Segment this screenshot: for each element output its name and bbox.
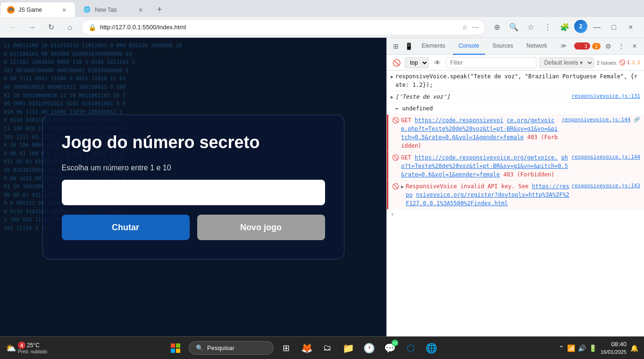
taskbar-search-label: Pesquisar [207, 344, 234, 351]
devtools-close-button[interactable]: × [629, 41, 640, 52]
weather-block[interactable]: ⛅ 4 25°C Pred. nublado [6, 342, 47, 354]
taskbar-vscode[interactable]: ⬡ [402, 340, 419, 357]
tab-title-newtab: New Tab [95, 7, 133, 13]
toolbar-icons: ⊕ 🔍 ☆ ⋮ 🧩 2 — □ × [489, 20, 638, 35]
warn-count-badge: 1 [592, 43, 601, 50]
console-source-result[interactable]: responsivevoice.js:131 [571, 92, 640, 100]
weather-desc: Pred. nublado [18, 349, 47, 354]
new-tab-button[interactable]: + [153, 3, 166, 16]
devtools-tab-console[interactable]: Console [453, 38, 485, 55]
console-line-error1: 🚫 GET https://code.responsivevoi ce.org/… [387, 115, 644, 152]
chevron-up-icon[interactable]: ⌃ [559, 344, 564, 352]
taskbar-multitasking[interactable]: ⊞ [277, 340, 294, 357]
console-line-speak: ▶ responsiveVoice.speak("Teste de voz", … [387, 71, 644, 91]
start-button[interactable] [166, 339, 185, 358]
error-link-3b[interactable]: nsivevoice.org/register?devtools=http%3A… [406, 192, 569, 207]
minimize-button[interactable]: — [589, 20, 604, 35]
console-source-error1[interactable]: responsivevoice.js:144 🔗 [562, 116, 640, 124]
close-browser-button[interactable]: × [623, 20, 638, 35]
browser-window: 🎮 JS Game × 🌐 New Tab × + ← → ↻ ⌂ 🔒 http… [0, 0, 644, 336]
address-bar[interactable]: 🔒 http://127.0.0.1:5500/index.html ☆ ⋯ [81, 19, 485, 35]
search-icon: 🔍 [196, 344, 203, 351]
svg-rect-2 [171, 349, 175, 353]
expand-icon[interactable]: ▶ [391, 73, 393, 80]
tab-jsgame[interactable]: 🎮 JS Game × [0, 2, 75, 17]
weather-temp: 25°C [27, 342, 40, 349]
whatsapp-badge: 10 [392, 340, 398, 346]
console-line-undefined: ▶ ← undefined [387, 103, 644, 115]
tab-close-newtab[interactable]: × [136, 6, 145, 14]
game-buttons: Chutar Novo jogo [62, 215, 325, 240]
error-link-2[interactable]: https://code.responsivevoice.org/getvoic… [415, 154, 558, 161]
search-by-image-button[interactable]: ⊕ [489, 20, 504, 35]
devtools-tab-sources[interactable]: Sources [487, 38, 519, 55]
devtools-device-button[interactable]: 📱 [403, 41, 414, 52]
console-text-result: ['Teste de voz'] [395, 92, 569, 101]
console-filter-input[interactable] [446, 57, 536, 68]
devtools-more-button[interactable]: ⋮ [616, 41, 627, 52]
console-line-error3: 🚫 ▶ ResponsiveVoice invalid API key. See… [387, 181, 644, 209]
profile-button[interactable]: 2 [574, 20, 587, 33]
issues-label: 2 Issues: 🚫 1 ⚠ 1 [597, 59, 640, 66]
bookmark-star-icon[interactable]: ☆ [462, 24, 468, 31]
browser-content: 11 00011100 10 011011010 11011001 0 000 … [0, 38, 644, 336]
log-levels-select[interactable]: Default levels ▾ [539, 57, 594, 68]
devtools-tab-elements[interactable]: Elements [416, 38, 451, 55]
volume-icon[interactable]: 🔊 [578, 344, 586, 352]
taskbar-firefox[interactable]: 🦊 [298, 340, 315, 357]
error-icon-1: 🚫 [392, 116, 399, 125]
console-line-error2: 🚫 GET https://code.responsivevoice.org/g… [387, 152, 644, 181]
issues-error: 🚫 1 [619, 59, 630, 66]
taskbar-search[interactable]: 🔍 Pesquisar [189, 341, 274, 355]
devtools-inspect-button[interactable]: ⊞ [391, 41, 401, 52]
tab-close-jsgame[interactable]: × [60, 6, 68, 14]
more-options-icon[interactable]: ⋯ [472, 24, 478, 31]
devtools-no-entry-button[interactable]: 🚫 [391, 57, 402, 68]
devtools-settings-button[interactable]: ⚙ [602, 41, 614, 52]
home-button[interactable]: ⌂ [62, 20, 77, 35]
tab-newtab[interactable]: 🌐 New Tab × [76, 2, 152, 17]
console-text-speak: responsiveVoice.speak("Teste de voz", "B… [395, 72, 640, 89]
console-text-error3: ResponsiveVoice invalid API key. See htt… [406, 182, 569, 208]
browser-toolbar: ← → ↻ ⌂ 🔒 http://127.0.0.1:5500/index.ht… [0, 17, 644, 38]
extensions-button[interactable]: 🧩 [557, 20, 572, 35]
taskbar-task-view[interactable]: 🗂 [319, 340, 336, 357]
browser-search-button[interactable]: 🔍 [506, 20, 521, 35]
devtools-tab-network[interactable]: Network [521, 38, 553, 55]
taskbar-whatsapp[interactable]: 💬 10 [381, 340, 398, 357]
taskbar-chrome[interactable]: 🌐 [423, 340, 440, 357]
more-menu-button[interactable]: ⋮ [540, 20, 555, 35]
forward-button[interactable]: → [25, 20, 40, 35]
eye-button[interactable]: 👁 [432, 57, 443, 68]
guess-input[interactable] [62, 180, 325, 205]
console-prompt[interactable]: › [387, 209, 644, 219]
context-select[interactable]: top [405, 57, 429, 68]
taskbar-center: 🔍 Pesquisar ⊞ 🦊 🗂 📁 🕐 💬 10 ⬡ 🌐 [166, 339, 440, 358]
back-button[interactable]: ← [6, 20, 21, 35]
browser-tabs: 🎮 JS Game × 🌐 New Tab × + [0, 0, 644, 17]
notification-badge: 4 [18, 342, 25, 349]
console-line-result: ▶ ['Teste de voz'] responsivevoice.js:13… [387, 91, 644, 103]
error-link-1[interactable]: https://code.responsivevoi [415, 117, 503, 124]
console-source-error3[interactable]: responsivevoice.js:143 [571, 182, 640, 190]
network-icon[interactable]: 📶 [567, 344, 575, 352]
devtools-console-content[interactable]: ▶ responsiveVoice.speak("Teste de voz", … [387, 71, 644, 336]
time-block[interactable]: 08:40 16/01/2025 [601, 341, 627, 355]
console-source-error2[interactable]: responsivevoice.js:144 [571, 153, 640, 161]
tab-favicon-jsgame: 🎮 [7, 6, 15, 14]
devtools-tab-more[interactable]: ≫ [555, 38, 572, 55]
taskbar-clock-app[interactable]: 🕐 [360, 340, 377, 357]
maximize-button[interactable]: □ [606, 20, 621, 35]
notification-icon[interactable]: 🔔 [630, 344, 638, 352]
expand-icon-error3[interactable]: ▶ [401, 183, 404, 190]
reload-button[interactable]: ↻ [43, 20, 59, 35]
new-game-button[interactable]: Novo jogo [197, 215, 325, 240]
weather-info: 4 25°C Pred. nublado [18, 342, 47, 354]
guess-button[interactable]: Chutar [62, 215, 190, 240]
expand-icon-2[interactable]: ▶ [391, 93, 393, 100]
svg-rect-1 [176, 343, 180, 348]
battery-icon[interactable]: 🔋 [589, 344, 597, 352]
taskbar-file-explorer[interactable]: 📁 [340, 340, 357, 357]
bookmark-button[interactable]: ☆ [523, 20, 538, 35]
game-title: Jogo do número secreto [62, 132, 325, 152]
